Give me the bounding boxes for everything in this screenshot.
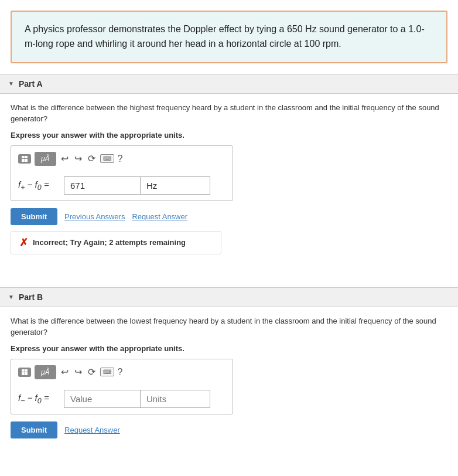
part-a-express: Express your answer with the appropriate… [11,131,447,140]
part-b-express: Express your answer with the appropriate… [11,344,447,353]
problem-text: A physics professor demonstrates the Dop… [25,22,433,52]
part-a-label: Part A [19,79,43,89]
part-a-submit-row: Submit Previous Answers Request Answer [11,208,447,225]
part-b-value-input[interactable] [64,390,140,408]
part-b-question: What is the difference between the lowes… [11,315,447,338]
part-b-mu-button[interactable]: μÅ [35,365,56,379]
part-a-request-button[interactable]: Request Answer [132,212,187,221]
part-b-header: ▼ Part B [0,288,458,307]
part-b-input-row: f− − f0 = [18,390,225,408]
mu-button[interactable]: μÅ [35,152,56,166]
feedback-x-icon: ✗ [19,236,28,249]
part-b-arrow: ▼ [8,294,14,300]
part-b-submit-row: Submit Request Answer [11,421,447,438]
grid-icon [22,156,28,162]
part-a-value-input[interactable] [64,176,140,195]
part-a-units-input[interactable] [140,176,210,195]
part-b-grid-button[interactable] [18,368,31,377]
feedback-text: Incorrect; Try Again; 2 attempts remaini… [33,238,186,247]
problem-box: A physics professor demonstrates the Dop… [11,11,447,63]
part-a-submit-button[interactable]: Submit [11,208,57,225]
part-b-redo-button[interactable]: ↪ [73,366,83,378]
part-a-input-row: f+ − f0 = [18,176,225,195]
redo-button[interactable]: ↪ [73,153,83,164]
part-a-header: ▼ Part A [0,74,458,94]
part-a-previous-button[interactable]: Previous Answers [64,212,125,221]
part-b-equation-label: f− − f0 = [18,393,59,405]
keyboard-icon[interactable]: ⌨ [100,154,114,163]
undo-button[interactable]: ↩ [60,153,70,164]
part-b-answer-box: μÅ ↩ ↪ ⟳ ⌨ ? f− − f0 = [11,359,233,414]
part-a-answer-box: μÅ ↩ ↪ ⟳ ⌨ ? f+ − f0 = [11,145,233,201]
part-b-grid-icon [22,369,28,375]
part-b-units-input[interactable] [140,390,210,408]
mu-label: μÅ [38,154,53,164]
part-b-submit-button[interactable]: Submit [11,421,57,438]
part-b-label: Part B [19,293,43,302]
part-b-undo-button[interactable]: ↩ [60,366,70,378]
part-a-content: What is the difference between the highe… [0,94,458,265]
part-b-refresh-button[interactable]: ⟳ [87,366,97,378]
part-b-section: ▼ Part B What is the difference between … [0,287,458,449]
part-a-equation-label: f+ − f0 = [18,179,59,192]
part-a-section: ▼ Part A What is the difference between … [0,74,458,265]
part-b-keyboard-icon[interactable]: ⌨ [100,368,114,376]
part-b-toolbar: μÅ ↩ ↪ ⟳ ⌨ ? [18,365,225,384]
part-b-help-icon[interactable]: ? [118,367,123,378]
part-a-question: What is the difference between the highe… [11,102,447,125]
part-a-arrow: ▼ [8,80,14,87]
part-b-content: What is the difference between the lowes… [0,307,458,449]
part-a-toolbar: μÅ ↩ ↪ ⟳ ⌨ ? [18,152,225,171]
part-b-request-button[interactable]: Request Answer [64,426,120,434]
part-a-feedback-box: ✗ Incorrect; Try Again; 2 attempts remai… [11,231,221,254]
part-b-mu-label: μÅ [38,367,53,378]
help-icon[interactable]: ? [118,154,123,164]
refresh-button[interactable]: ⟳ [87,153,97,164]
grid-button[interactable] [18,154,31,164]
